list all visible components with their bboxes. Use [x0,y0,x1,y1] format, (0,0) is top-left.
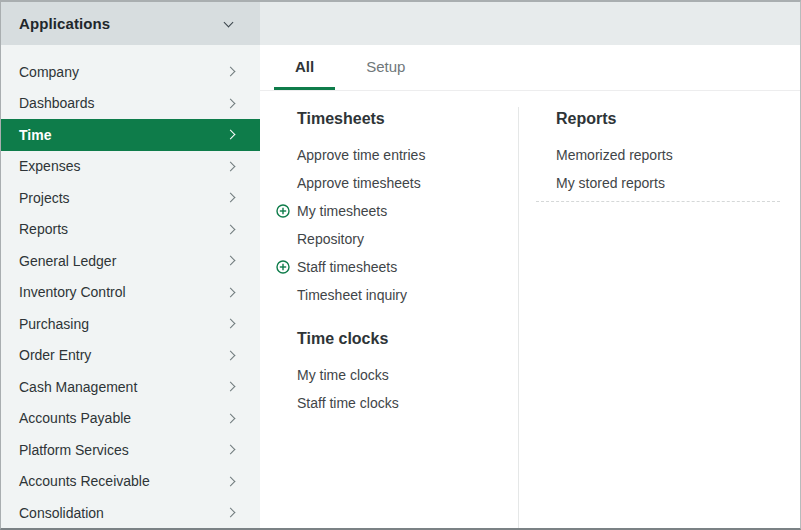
sidebar-item-dashboards[interactable]: Dashboards [1,88,260,120]
chevron-right-icon [226,350,236,360]
application-menu-window: Applications CompanyDashboardsTimeExpens… [0,0,801,530]
sidebar-item-label: Order Entry [19,347,91,363]
menu-item-timesheet-inquiry[interactable]: Timesheet inquiry [276,281,518,309]
section-title: Timesheets [297,107,518,131]
menu-item-label: Approve time entries [297,147,425,163]
sidebar-item-label: Expenses [19,158,80,174]
menu-item-staff-timesheets[interactable]: Staff timesheets [276,253,518,281]
add-circle-icon[interactable] [276,204,297,218]
menu-item-staff-time-clocks[interactable]: Staff time clocks [276,389,518,417]
applications-dropdown[interactable]: Applications [1,2,260,45]
add-circle-icon[interactable] [276,260,297,274]
menu-item-label: Staff timesheets [297,259,397,275]
chevron-right-icon [226,67,236,77]
sidebar-item-time[interactable]: Time [1,119,260,151]
sidebar-item-label: Dashboards [19,95,95,111]
menu-content: TimesheetsApprove time entriesApprove ti… [260,91,800,528]
section-time-clocks: Time clocksMy time clocksStaff time cloc… [276,327,518,417]
menu-item-approve-time-entries[interactable]: Approve time entries [276,141,518,169]
menu-tabs: AllSetup [260,45,800,91]
menu-item-my-stored-reports[interactable]: My stored reports [535,169,800,197]
sidebar-item-label: Consolidation [19,505,104,521]
menu-item-my-timesheets[interactable]: My timesheets [276,197,518,225]
menu-item-memorized-reports[interactable]: Memorized reports [535,141,800,169]
section-title: Time clocks [297,327,518,351]
sidebar-item-label: General Ledger [19,253,116,269]
sidebar-item-reports[interactable]: Reports [1,214,260,246]
sidebar-item-cash-management[interactable]: Cash Management [1,371,260,403]
sidebar-item-label: Accounts Payable [19,410,131,426]
menu-column-1: TimesheetsApprove time entriesApprove ti… [260,107,519,528]
section-title: Reports [556,107,800,131]
chevron-right-icon [226,256,236,266]
chevron-right-icon [226,508,236,518]
sidebar-item-label: Purchasing [19,316,89,332]
chevron-right-icon [226,319,236,329]
sidebar-item-label: Reports [19,221,68,237]
module-menu-panel: AllSetup TimesheetsApprove time entriesA… [260,2,800,528]
sidebar-item-label: Platform Services [19,442,129,458]
sidebar-item-accounts-payable[interactable]: Accounts Payable [1,403,260,435]
section-reports: ReportsMemorized reportsMy stored report… [535,107,800,197]
tab-setup[interactable]: Setup [345,45,426,90]
sidebar-item-label: Company [19,64,79,80]
sidebar-item-inventory-control[interactable]: Inventory Control [1,277,260,309]
sidebar-item-expenses[interactable]: Expenses [1,151,260,183]
chevron-right-icon [226,161,236,171]
chevron-right-icon [226,287,236,297]
chevron-down-icon [224,17,234,27]
sidebar-item-order-entry[interactable]: Order Entry [1,340,260,372]
menu-item-approve-timesheets[interactable]: Approve timesheets [276,169,518,197]
chevron-right-icon [226,445,236,455]
menu-item-label: Memorized reports [556,147,673,163]
sidebar-item-projects[interactable]: Projects [1,182,260,214]
applications-sidebar: Applications CompanyDashboardsTimeExpens… [1,2,260,528]
sidebar-item-label: Projects [19,190,70,206]
section-timesheets: TimesheetsApprove time entriesApprove ti… [276,107,518,309]
menu-item-label: Staff time clocks [297,395,399,411]
sidebar-item-label: Time [19,127,51,143]
chevron-right-icon [226,413,236,423]
menu-item-my-time-clocks[interactable]: My time clocks [276,361,518,389]
sidebar-item-label: Inventory Control [19,284,126,300]
top-strip [260,2,800,45]
sidebar-item-accounts-receivable[interactable]: Accounts Receivable [1,466,260,498]
sidebar-item-purchasing[interactable]: Purchasing [1,308,260,340]
applications-list: CompanyDashboardsTimeExpensesProjectsRep… [1,45,260,529]
menu-item-label: Approve timesheets [297,175,421,191]
sidebar-item-label: Accounts Receivable [19,473,150,489]
sidebar-item-platform-services[interactable]: Platform Services [1,434,260,466]
chevron-right-icon [226,476,236,486]
applications-dropdown-label: Applications [19,15,110,32]
dashed-divider [536,201,780,202]
sidebar-item-consolidation[interactable]: Consolidation [1,497,260,529]
tab-all[interactable]: All [274,45,335,90]
menu-item-label: My stored reports [556,175,665,191]
menu-item-label: Repository [297,231,364,247]
menu-column-2: ReportsMemorized reportsMy stored report… [519,107,800,528]
menu-item-repository[interactable]: Repository [276,225,518,253]
menu-item-label: My timesheets [297,203,387,219]
chevron-right-icon [226,130,236,140]
sidebar-item-company[interactable]: Company [1,56,260,88]
sidebar-item-general-ledger[interactable]: General Ledger [1,245,260,277]
menu-item-label: Timesheet inquiry [297,287,407,303]
chevron-right-icon [226,193,236,203]
chevron-right-icon [226,382,236,392]
chevron-right-icon [226,98,236,108]
menu-item-label: My time clocks [297,367,389,383]
sidebar-item-label: Cash Management [19,379,137,395]
chevron-right-icon [226,224,236,234]
